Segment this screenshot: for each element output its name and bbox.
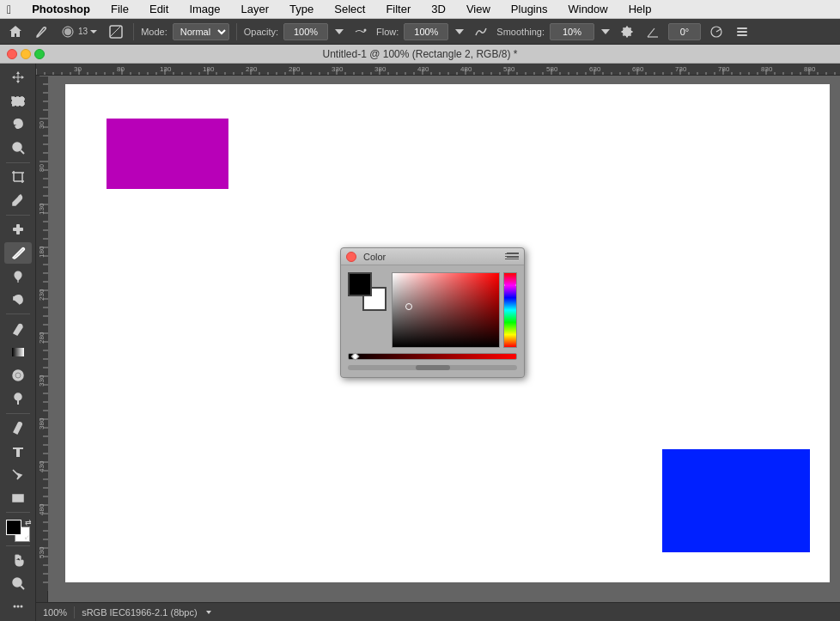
options-divider-2 xyxy=(236,23,237,40)
spectrum-right-arrow xyxy=(515,282,517,289)
main-area: ⇄ ↙ xyxy=(0,64,840,621)
gradient-black-overlay xyxy=(393,273,499,347)
settings-button[interactable] xyxy=(617,23,637,40)
gradient-tool[interactable] xyxy=(4,341,32,362)
window-close-button[interactable] xyxy=(7,49,17,59)
foreground-color-box[interactable] xyxy=(348,272,372,296)
color-spectrum-bar[interactable] xyxy=(503,272,517,348)
smoothing-input[interactable] xyxy=(550,23,594,40)
purple-rectangle xyxy=(107,119,228,189)
svg-rect-2 xyxy=(110,26,122,38)
menu-view[interactable]: View xyxy=(463,1,494,17)
menu-photoshop[interactable]: Photoshop xyxy=(28,1,94,17)
pressure-button[interactable] xyxy=(706,23,727,40)
more-tools-button[interactable] xyxy=(4,596,32,618)
history-brush-tool[interactable] xyxy=(4,289,32,310)
healing-brush-tool[interactable] xyxy=(4,219,32,240)
options-bar: 13 Mode: Normal Opacity: Flow: Smoothing… xyxy=(0,19,840,45)
path-select-tool[interactable] xyxy=(4,464,32,485)
tool-separator-2 xyxy=(6,215,30,216)
blue-rectangle xyxy=(662,449,810,552)
menu-type[interactable]: Type xyxy=(286,1,317,17)
color-panel-collapse-button[interactable] xyxy=(507,252,519,264)
reset-colors-icon[interactable]: ↙ xyxy=(23,533,32,542)
eyedropper-tool[interactable] xyxy=(4,190,32,211)
hand-tool[interactable] xyxy=(4,549,32,570)
flow-dropdown-icon xyxy=(453,26,466,38)
color-selector[interactable]: ⇄ ↙ xyxy=(6,520,30,541)
window-title: Untitled-1 @ 100% (Rectangle 2, RGB/8) * xyxy=(323,48,518,60)
blur-tool[interactable] xyxy=(4,365,32,387)
flow-label: Flow: xyxy=(376,27,399,37)
crop-tool[interactable] xyxy=(4,167,32,188)
color-picker-area xyxy=(392,272,517,348)
menu-image[interactable]: Image xyxy=(186,1,223,17)
window-minimize-button[interactable] xyxy=(21,49,31,59)
marquee-tool[interactable] xyxy=(4,90,32,112)
dodge-tool[interactable] xyxy=(4,388,32,410)
svg-line-28 xyxy=(21,586,24,589)
color-panel: Color xyxy=(340,247,525,378)
svg-rect-8 xyxy=(737,27,747,29)
menu-select[interactable]: Select xyxy=(331,1,368,17)
eraser-tool[interactable] xyxy=(4,318,32,339)
svg-point-1 xyxy=(64,28,71,35)
color-bottom-bar[interactable] xyxy=(348,353,517,360)
svg-line-6 xyxy=(648,28,654,37)
color-panel-scrollbar[interactable] xyxy=(348,365,517,370)
tool-separator-3 xyxy=(6,314,30,314)
window-maximize-button[interactable] xyxy=(34,49,45,59)
zoom-level: 100% xyxy=(43,607,67,618)
lasso-tool[interactable] xyxy=(4,113,32,135)
color-panel-scrollbar-thumb[interactable] xyxy=(416,365,450,370)
spectrum-gradient xyxy=(504,273,516,347)
switch-colors-icon[interactable]: ⇄ xyxy=(25,518,33,527)
status-arrow-icon[interactable] xyxy=(204,608,213,617)
move-tool[interactable] xyxy=(4,67,32,88)
brush-shape-button[interactable] xyxy=(106,23,126,40)
svg-rect-26 xyxy=(13,495,23,502)
menu-help[interactable]: Help xyxy=(625,1,655,17)
menu-window[interactable]: Window xyxy=(564,1,611,17)
shape-tool[interactable] xyxy=(4,487,32,508)
mode-select[interactable]: Normal xyxy=(173,23,229,40)
clone-stamp-tool[interactable] xyxy=(4,265,32,287)
brush-size-button[interactable]: 13 xyxy=(57,22,100,41)
color-profile: sRGB IEC61966-2.1 (8bpc) xyxy=(82,607,198,618)
quick-select-tool[interactable] xyxy=(4,137,32,158)
brush-dropdown-icon xyxy=(90,28,97,35)
canvas-scroll[interactable]: Color xyxy=(48,76,840,621)
menu-filter[interactable]: Filter xyxy=(382,1,414,17)
brush-size-value: 13 xyxy=(78,27,88,36)
svg-rect-21 xyxy=(12,348,24,356)
menu-plugins[interactable]: Plugins xyxy=(508,1,551,17)
type-tool[interactable] xyxy=(4,441,32,462)
menu-layer[interactable]: Layer xyxy=(238,1,273,17)
brush-tool-options-icon[interactable] xyxy=(31,23,52,40)
menu-file[interactable]: File xyxy=(107,1,132,17)
home-button[interactable] xyxy=(5,23,26,40)
pen-tool[interactable] xyxy=(4,417,32,439)
fg-bg-area[interactable] xyxy=(348,272,387,311)
menu-edit[interactable]: Edit xyxy=(146,1,172,17)
brush-tool[interactable] xyxy=(4,242,32,264)
foreground-color-swatch[interactable] xyxy=(6,520,21,535)
tool-separator-5 xyxy=(6,512,30,513)
opacity-input[interactable] xyxy=(283,23,328,40)
menu-3d[interactable]: 3D xyxy=(428,1,449,17)
angle-input[interactable] xyxy=(668,23,701,40)
smoothing-icon-button[interactable] xyxy=(471,23,491,40)
zoom-tool[interactable] xyxy=(4,573,32,594)
color-gradient[interactable] xyxy=(392,272,500,348)
options-divider-1 xyxy=(133,23,134,40)
status-divider xyxy=(74,606,75,618)
color-strip-handle[interactable] xyxy=(351,352,360,361)
flow-input[interactable] xyxy=(404,23,448,40)
color-panel-body xyxy=(341,265,524,377)
color-panel-close-button[interactable] xyxy=(346,252,356,262)
extra-options-button[interactable] xyxy=(732,23,752,40)
angle-icon-button[interactable] xyxy=(642,23,663,40)
canvas-content: Color xyxy=(48,76,840,621)
airbrush-button[interactable] xyxy=(350,23,371,40)
smoothing-dropdown-icon xyxy=(600,26,612,38)
